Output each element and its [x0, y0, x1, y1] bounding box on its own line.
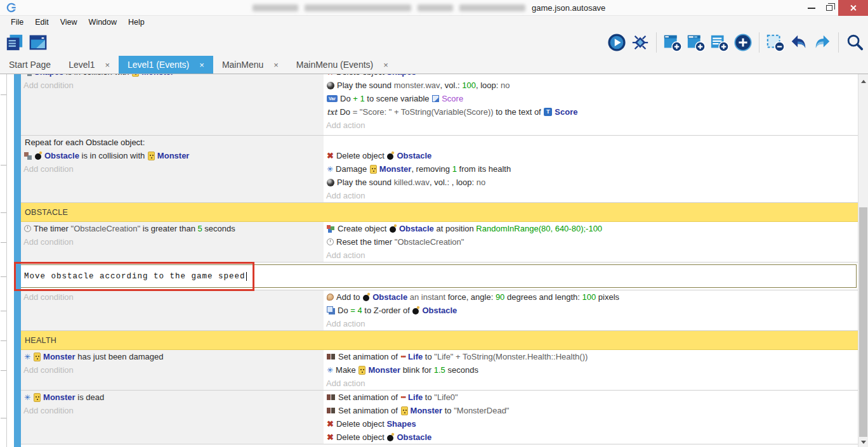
object-name: Obstacle: [397, 151, 431, 160]
restore-button[interactable]: [820, 0, 838, 16]
tab-level1-events[interactable]: Level1 (Events)×: [119, 56, 213, 74]
value-text: 90: [496, 292, 504, 302]
string-text: monster.wav: [394, 81, 440, 90]
add-condition-button[interactable]: Add condition: [21, 363, 324, 377]
condition-line[interactable]: The timer "ObstacleCreation" is greater …: [21, 222, 324, 235]
action-line[interactable]: VarDo + 1 to scene variable Score: [324, 92, 858, 105]
action-line[interactable]: Set animation of •••Life to "Life" + ToS…: [324, 350, 858, 363]
string-text: "ObstacleCreation": [395, 237, 464, 247]
actions-column: Set animation of •••Life to "Life0"Set a…: [324, 391, 858, 444]
tab-start-page[interactable]: Start Page: [0, 56, 60, 74]
delete-icon: ✖: [327, 74, 334, 76]
action-line[interactable]: ✖Delete object Shapes: [324, 74, 858, 79]
add-action-button[interactable]: Add action: [324, 119, 858, 132]
scrollbar-down-button[interactable]: [858, 437, 868, 447]
add-circle-icon[interactable]: [732, 32, 754, 53]
menu-file[interactable]: File: [5, 18, 29, 27]
action-line[interactable]: Do = 4 to Z-order of Obstacle: [324, 304, 858, 317]
add-action-button[interactable]: Add action: [324, 189, 858, 202]
redacted-path-segment: [305, 4, 411, 11]
create-object-icon: [327, 224, 335, 233]
event-row: Shapes is in collision with MonsterAdd c…: [21, 74, 858, 136]
add-event-icon[interactable]: [662, 32, 683, 53]
plain-text: is in collision with: [79, 151, 147, 160]
tab-level1[interactable]: Level1×: [60, 56, 119, 74]
add-action-button[interactable]: Add action: [324, 317, 858, 330]
close-button[interactable]: [838, 0, 868, 16]
event-group-header[interactable]: HEALTH: [21, 331, 858, 350]
action-line[interactable]: Play the sound monster.wav, vol.: 100, l…: [324, 79, 858, 92]
tab-close-icon[interactable]: ×: [199, 60, 204, 70]
string-text: = "Score: " + ToString(Variable(Score)): [353, 107, 494, 117]
undo-icon[interactable]: [788, 32, 810, 53]
action-line[interactable]: Reset the timer "ObstacleCreation": [324, 235, 858, 249]
menu-help[interactable]: Help: [122, 18, 150, 27]
foreach-event-header[interactable]: Repeat for each Obstacle object:: [21, 136, 858, 149]
scrollbar-up-button[interactable]: [858, 76, 868, 86]
plain-text: Create object: [338, 224, 389, 233]
scene-window-icon[interactable]: [27, 32, 49, 53]
bomb-icon: [363, 293, 370, 301]
plain-text: degrees and length:: [504, 292, 582, 302]
monster-icon: [370, 165, 377, 174]
tab-close-icon[interactable]: ×: [273, 60, 279, 70]
add-condition-button[interactable]: Add condition: [21, 162, 324, 176]
vertical-scrollbar[interactable]: [858, 74, 868, 447]
menu-edit[interactable]: Edit: [29, 18, 55, 27]
add-comment-icon[interactable]: [709, 32, 730, 53]
tab-mainmenu-events[interactable]: MainMenu (Events)×: [287, 56, 397, 74]
action-line[interactable]: Set animation of Monster to "MonsterDead…: [324, 404, 858, 417]
search-icon[interactable]: [844, 32, 865, 53]
comment-edit-input[interactable]: Move obstacle according to the game spee…: [21, 264, 857, 288]
tab-mainmenu[interactable]: MainMenu×: [213, 56, 287, 74]
action-line[interactable]: ✖Delete object Shapes: [324, 417, 858, 431]
event-selection-bar[interactable]: [14, 74, 21, 447]
debug-icon[interactable]: [629, 32, 651, 53]
condition-line[interactable]: ✳Monster has just been damaged: [21, 350, 324, 363]
action-line[interactable]: ✳Damage Monster, removing 1 from its hea…: [324, 162, 858, 176]
add-condition-button[interactable]: Add condition: [21, 290, 324, 304]
event-row: ✳Monster has just been damagedAdd condit…: [21, 350, 858, 391]
object-name: Shapes: [386, 419, 416, 429]
action-line[interactable]: ✖Delete object Obstacle: [324, 431, 858, 444]
event-group-header[interactable]: OBSTACLE: [21, 203, 858, 222]
action-line[interactable]: Set animation of •••Life to "Life0": [324, 391, 858, 404]
tab-close-icon[interactable]: ×: [383, 60, 388, 70]
plain-text: Delete object: [336, 74, 387, 77]
condition-line[interactable]: Obstacle is in collision with Monster: [21, 149, 324, 162]
event-columns: ✳Monster is deadAdd conditionSet animati…: [21, 391, 858, 444]
action-line[interactable]: Create object Obstacle at position Rando…: [324, 222, 858, 235]
add-subevent-icon[interactable]: [685, 32, 707, 53]
add-condition-button[interactable]: Add condition: [21, 79, 324, 92]
event-columns: ✳Monster has just been damagedAdd condit…: [21, 350, 858, 390]
plain-text: Play the sound: [337, 81, 394, 90]
add-action-button[interactable]: Add action: [324, 249, 858, 262]
add-condition-button[interactable]: Add condition: [21, 235, 324, 249]
condition-line[interactable]: Shapes is in collision with Monster: [21, 74, 324, 79]
condition-line[interactable]: ✳Monster is dead: [21, 391, 324, 404]
action-line[interactable]: Add to Obstacle an instant force, angle:…: [324, 290, 858, 304]
action-line[interactable]: Play the sound killed.wav, vol.: , loop:…: [324, 176, 858, 189]
bomb-icon: [387, 152, 394, 160]
value-text: 100: [582, 292, 596, 302]
play-icon[interactable]: [606, 32, 628, 53]
action-line[interactable]: txtDo = "Score: " + ToString(Variable(Sc…: [324, 105, 858, 119]
action-line[interactable]: ✳Make Monster blink for 1.5 seconds: [324, 363, 858, 377]
remove-event-icon[interactable]: [765, 32, 786, 53]
minimize-button[interactable]: [803, 0, 820, 16]
life-icon: •••: [401, 394, 406, 401]
redo-icon[interactable]: [812, 32, 833, 53]
tab-close-icon[interactable]: ×: [105, 60, 110, 70]
add-condition-button[interactable]: Add condition: [21, 404, 324, 417]
scrollbar-thumb[interactable]: [859, 207, 867, 437]
menu-view[interactable]: View: [55, 18, 83, 27]
menu-window[interactable]: Window: [83, 18, 122, 27]
string-text: an instant: [407, 292, 448, 302]
plain-text: Add to: [336, 292, 362, 302]
gutter-connector: [1, 370, 6, 371]
title-bar: game.json.autosave: [0, 0, 868, 16]
sound-icon: [327, 179, 334, 186]
add-action-button[interactable]: Add action: [324, 377, 858, 390]
project-manager-icon[interactable]: [4, 32, 25, 53]
action-line[interactable]: ✖Delete object Obstacle: [324, 149, 858, 162]
